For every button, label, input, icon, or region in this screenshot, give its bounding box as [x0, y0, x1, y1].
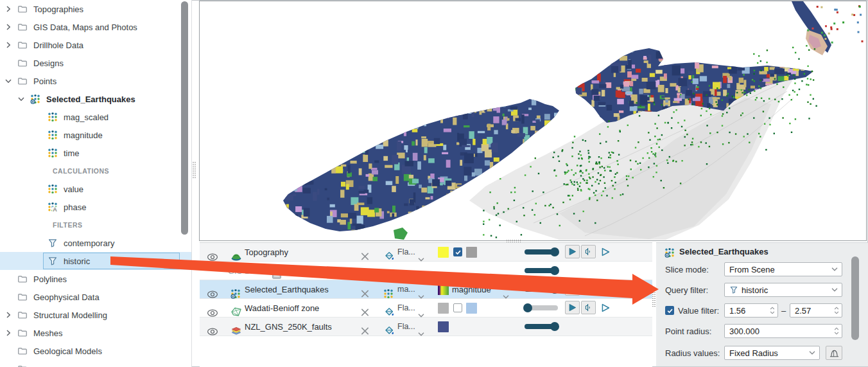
point-radius-row: Point radius: 300.000: [656, 324, 868, 338]
value-filter-checkbox[interactable]: [665, 306, 674, 315]
tree-item-label: Designs: [33, 58, 64, 68]
shape-row-nzl-faults[interactable]: NZL_GNS_250K_faults Fla...: [200, 318, 652, 336]
tree-item-geophysical-data[interactable]: Geophysical Data: [0, 288, 191, 306]
chevron-right-icon[interactable]: [4, 311, 12, 319]
display-mode-label[interactable]: Fla...: [397, 318, 415, 336]
display-mode-label[interactable]: Fla...: [397, 243, 415, 261]
colour-swatch[interactable]: [438, 303, 449, 314]
play-outline-button[interactable]: [598, 245, 612, 258]
chevron-right-icon[interactable]: [4, 329, 12, 337]
colour-swatch[interactable]: [466, 247, 477, 258]
chevron-right-icon[interactable]: [4, 41, 12, 49]
slice-mode-select[interactable]: From Scene: [724, 262, 842, 276]
tree-section-label: CALCULATIONS: [53, 167, 109, 175]
point-radius-label: Point radius:: [665, 324, 711, 338]
chevron-right-icon[interactable]: [4, 23, 12, 31]
chevron-down-icon[interactable]: [17, 95, 25, 103]
spinner-arrows-icon[interactable]: [834, 306, 839, 315]
tree-item-historic[interactable]: historic: [0, 252, 191, 270]
shape-list-panel: Topography Fla... GIS Data... New Zealan…: [200, 242, 652, 367]
panel-splitter-grip[interactable]: [652, 292, 655, 308]
tree-item-topographies[interactable]: Topographies: [0, 0, 191, 18]
spinner-arrows-icon[interactable]: [770, 306, 775, 315]
tree-item-designs[interactable]: Designs: [0, 54, 191, 72]
colourmap-swatch[interactable]: [438, 284, 449, 295]
chevron-down-icon[interactable]: [4, 77, 12, 85]
visibility-eye-icon[interactable]: [207, 318, 218, 341]
colour-swatch[interactable]: [438, 321, 449, 332]
shape-properties-panel: Selected_Earthquakes Slice mode: From Sc…: [656, 242, 868, 367]
tree-item-mag-scaled[interactable]: mag_scaled: [0, 108, 191, 126]
point-radius-spinner[interactable]: 300.000: [724, 324, 842, 338]
tree-scrollbar[interactable]: [181, 1, 188, 235]
tree-item-label: Geophysical Data: [33, 292, 100, 302]
tree-item-gis-data[interactable]: GIS Data, Maps and Photos: [0, 18, 191, 36]
points-object-icon: [30, 94, 40, 104]
play-outline-button[interactable]: [598, 301, 612, 314]
histogram-button[interactable]: [826, 346, 842, 360]
tree-item-value[interactable]: value: [0, 180, 191, 198]
flat-colour-icon: [383, 318, 395, 339]
slice-play-button[interactable]: [565, 245, 580, 258]
colour-swatch[interactable]: [438, 247, 449, 258]
value-filter-min-spinner[interactable]: 1.56: [724, 303, 778, 318]
slicer-tool-button[interactable]: [565, 282, 580, 296]
shape-name: New Zealand-250: [284, 262, 351, 280]
tree-item-partial[interactable]: [0, 360, 191, 367]
folder-icon: [17, 328, 28, 338]
link-checkbox[interactable]: [453, 247, 462, 256]
tree-item-points[interactable]: Points: [0, 72, 191, 90]
query-filter-select[interactable]: historic: [724, 283, 842, 297]
chevron-right-icon[interactable]: [4, 5, 12, 13]
spinner-arrows-icon[interactable]: [834, 327, 839, 336]
remove-shape-icon[interactable]: [360, 318, 370, 340]
opacity-slider[interactable]: [525, 305, 558, 310]
opacity-slider[interactable]: [525, 249, 558, 255]
flip-icon: [584, 247, 593, 256]
colourmap-label[interactable]: magnitude: [452, 280, 491, 298]
shape-row-new-zealand-250[interactable]: GIS Data... New Zealand-250: [200, 262, 652, 280]
tree-item-label: contemporary: [64, 238, 114, 248]
shape-row-wadati-benioff[interactable]: Wadati-Benioff zone Fla...: [200, 299, 652, 318]
point-radius-value: 300.000: [729, 327, 759, 336]
tree-splitter-grip[interactable]: [193, 162, 196, 179]
tool-icon: [600, 284, 610, 294]
shape-row-selected-earthquakes[interactable]: Selected_Earthquakes ma... magnitude: [200, 280, 652, 299]
tree-item-selected-earthquakes[interactable]: Selected_Earthquakes: [0, 90, 191, 108]
opacity-slider[interactable]: [525, 287, 558, 292]
chevron-down-icon[interactable]: [418, 318, 424, 343]
tree-item-time[interactable]: time: [0, 144, 191, 162]
slider-knob[interactable]: [550, 285, 559, 294]
check-icon: [455, 249, 462, 256]
slider-knob[interactable]: [550, 266, 559, 275]
tree-item-magnitude[interactable]: magnitude: [0, 126, 191, 144]
display-mode-label[interactable]: Fla...: [397, 299, 415, 317]
slider-knob[interactable]: [550, 322, 559, 331]
value-filter-row: Value filter: 1.56 – 2.57: [656, 303, 868, 318]
slider-knob[interactable]: [550, 247, 559, 256]
flip-slice-button[interactable]: [581, 301, 596, 314]
scene-viewport[interactable]: [199, 1, 867, 241]
tree-item-polylines[interactable]: Polylines: [0, 270, 191, 288]
slice-play-button[interactable]: [565, 301, 580, 314]
tree-item-meshes[interactable]: Meshes: [0, 324, 191, 342]
tree-item-structural-modelling[interactable]: Structural Modelling: [0, 306, 191, 324]
properties-scrollbar[interactable]: [851, 256, 859, 340]
radius-values-select[interactable]: Fixed Radius: [724, 346, 820, 360]
shape-group-prefix: GIS Data...: [228, 262, 269, 280]
tree-item-phase[interactable]: phase: [0, 198, 191, 216]
tree-item-geological-models[interactable]: Geological Models: [0, 342, 191, 360]
opacity-slider[interactable]: [525, 324, 558, 329]
tree-item-drillhole-data[interactable]: Drillhole Data: [0, 36, 191, 54]
colour-swatch[interactable]: [466, 303, 477, 314]
extra-tool-button[interactable]: [598, 282, 612, 296]
slider-knob[interactable]: [523, 303, 532, 312]
display-mode-label[interactable]: ma...: [397, 280, 415, 298]
opacity-slider[interactable]: [525, 268, 558, 273]
tree-item-label: historic: [64, 256, 90, 266]
shape-row-topography[interactable]: Topography Fla...: [200, 243, 652, 262]
value-filter-max-spinner[interactable]: 2.57: [790, 303, 842, 318]
link-checkbox[interactable]: [453, 303, 462, 312]
tree-item-contemporary[interactable]: contemporary: [0, 234, 191, 252]
flip-slice-button[interactable]: [581, 245, 596, 258]
